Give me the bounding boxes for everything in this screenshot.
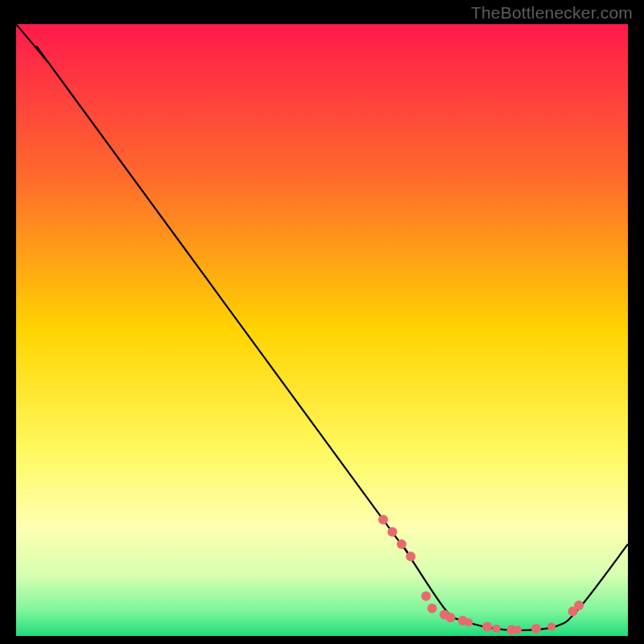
data-marker: [514, 625, 522, 634]
data-marker: [406, 551, 415, 561]
data-marker: [427, 604, 437, 613]
data-marker: [397, 539, 407, 549]
data-marker: [493, 625, 501, 633]
plot-area: [16, 24, 628, 636]
data-marker: [387, 527, 397, 537]
bottleneck-chart: [16, 24, 628, 636]
data-marker: [531, 624, 541, 634]
data-marker: [421, 592, 431, 601]
data-marker: [378, 515, 388, 525]
data-marker: [482, 622, 492, 632]
data-marker: [446, 613, 456, 622]
gradient-background: [16, 24, 628, 636]
data-marker: [574, 601, 584, 610]
data-marker: [464, 618, 473, 626]
data-marker: [547, 623, 555, 631]
attribution-label: TheBottlenecker.com: [471, 3, 633, 23]
chart-frame: TheBottlenecker.com: [0, 0, 644, 644]
